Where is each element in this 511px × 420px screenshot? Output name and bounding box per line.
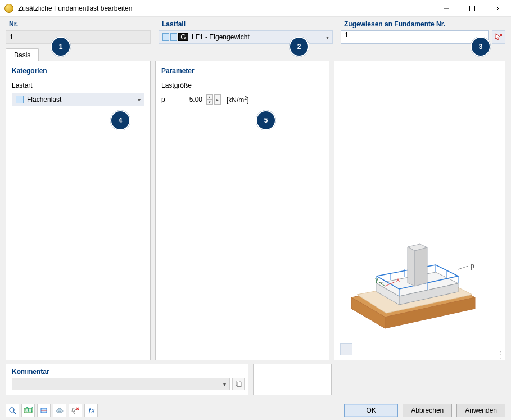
tool-loadcase-button[interactable] [37, 404, 51, 417]
spin-up-icon[interactable]: ▴ [206, 94, 213, 100]
preview-illustration: p x y [346, 230, 481, 337]
svg-line-22 [458, 266, 468, 269]
lastart-swatch-icon [16, 96, 24, 103]
kommentar-title: Kommentar [6, 364, 248, 378]
svg-text:y: y [375, 276, 378, 283]
group-nr: Nr. 1 [6, 20, 151, 44]
lastart-value: Flächenlast [27, 96, 61, 103]
kommentar-copy-button[interactable] [232, 378, 245, 390]
svg-rect-1 [470, 6, 475, 11]
app-icon [4, 4, 13, 13]
tab-strip: Basis [6, 48, 505, 61]
kommentar-dropdown[interactable]: ▾ [12, 378, 230, 390]
titlebar: Zusätzliche Fundamentlast bearbeiten [0, 0, 511, 17]
group-zugewiesen: Zugewiesen an Fundamente Nr. 1 [341, 20, 505, 44]
svg-rect-32 [237, 382, 241, 387]
panel-kategorien: Kategorien Lastart Flächenlast ▾ [6, 61, 151, 360]
chevron-down-icon: ▾ [223, 381, 226, 387]
panel-kommentar: Kommentar ▾ [6, 364, 248, 395]
tool-delete-button[interactable] [69, 404, 82, 417]
nr-field[interactable]: 1 [6, 30, 151, 44]
panel-spare [253, 364, 332, 395]
zugewiesen-label: Zugewiesen an Fundamente Nr. [341, 20, 505, 30]
nr-label: Nr. [6, 20, 151, 30]
svg-text:ƒx: ƒx [88, 407, 95, 414]
panel-preview: p x y ⋰ [334, 61, 505, 360]
tool-view-button[interactable] [53, 404, 66, 417]
chevron-down-icon: ▾ [326, 34, 329, 40]
pick-foundation-button[interactable] [492, 30, 505, 44]
lf-g-tag-icon: G [178, 33, 188, 41]
chevron-down-icon: ▾ [138, 97, 141, 103]
lf-color-icon [162, 33, 169, 41]
resize-grip-icon[interactable]: ⋰ [495, 350, 505, 360]
svg-line-34 [13, 412, 16, 414]
minimize-button[interactable] [433, 0, 459, 17]
load-value-spinner[interactable]: 5.00 ▴▾ ▸ [175, 94, 221, 105]
panel-parameter: Parameter Lastgröße p 5.00 ▴▾ ▸ [kN/m2] [155, 61, 329, 360]
svg-text:x: x [396, 276, 400, 283]
lastfall-value: LF1 - Eigengewicht [192, 33, 250, 41]
parameter-symbol: p [161, 96, 169, 103]
lastfall-label: Lastfall [159, 20, 333, 30]
zugewiesen-value: 1 [345, 31, 349, 39]
svg-point-40 [58, 408, 61, 412]
apply-button[interactable]: Anwenden [456, 404, 505, 417]
tool-zoom-button[interactable] [6, 404, 19, 417]
preview-p-label: p [471, 262, 474, 270]
nr-value: 1 [10, 33, 13, 41]
tool-formula-button[interactable]: ƒx [84, 404, 98, 417]
zugewiesen-field[interactable]: 1 [341, 30, 489, 44]
load-unit: [kN/m2] [227, 95, 249, 104]
lastfall-dropdown[interactable]: G LF1 - Eigengewicht ▾ [159, 30, 333, 44]
lastart-dropdown[interactable]: Flächenlast ▾ [12, 93, 144, 106]
ok-button[interactable]: OK [344, 404, 398, 417]
cancel-button[interactable]: Abbrechen [403, 404, 452, 417]
group-lastfall: Lastfall G LF1 - Eigengewicht ▾ [159, 20, 333, 44]
tab-basis[interactable]: Basis [6, 48, 39, 61]
lastgroesse-label: Lastgröße [161, 82, 323, 89]
close-button[interactable] [485, 0, 511, 17]
svg-point-33 [10, 408, 14, 412]
spin-down-icon[interactable]: ▾ [206, 100, 213, 105]
preview-mode-button[interactable] [340, 343, 352, 355]
svg-marker-28 [408, 247, 415, 286]
parameter-title: Parameter [156, 61, 329, 79]
kategorien-title: Kategorien [6, 61, 150, 79]
window-title: Zusätzliche Fundamentlast bearbeiten [18, 4, 433, 12]
spin-step-icon[interactable]: ▸ [214, 94, 221, 105]
load-value[interactable]: 5.00 [175, 94, 205, 105]
lf-color-icon [170, 33, 177, 41]
maximize-button[interactable] [459, 0, 485, 17]
lastart-label: Lastart [12, 82, 144, 89]
svg-marker-29 [415, 247, 427, 286]
svg-text:0,00: 0,00 [25, 407, 33, 414]
tool-units-button[interactable]: 0,00 [21, 404, 35, 417]
